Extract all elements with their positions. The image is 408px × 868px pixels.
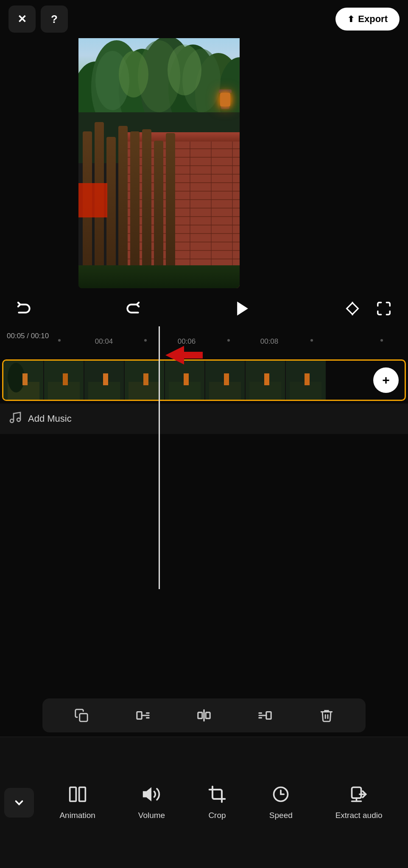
svg-rect-26	[103, 373, 108, 385]
lantern-bottom	[221, 106, 229, 109]
playhead	[159, 326, 160, 589]
nav-item-speed[interactable]: Speed	[263, 781, 299, 824]
right-controls	[341, 297, 395, 320]
svg-rect-41	[305, 373, 310, 385]
ruler-dot	[144, 339, 147, 342]
fence-post	[142, 129, 151, 288]
svg-marker-65	[144, 789, 151, 800]
play-button[interactable]	[230, 296, 255, 321]
ruler-tick-0008: 00:08	[260, 337, 279, 346]
trim-end-icon	[258, 708, 272, 723]
lantern	[219, 89, 232, 108]
delete-button[interactable]	[314, 703, 339, 728]
lantern-body	[220, 93, 230, 106]
timeline-ruler: 00:05 / 00:10 00:04 00:06 00:08	[0, 326, 408, 346]
nav-item-extract-audio[interactable]: Extract audio	[329, 781, 389, 824]
volume-icon	[142, 785, 161, 807]
add-music[interactable]: Add Music	[0, 403, 408, 434]
nav-item-animation[interactable]: Animation	[53, 781, 102, 824]
animation-icon	[68, 785, 87, 807]
chevron-down-icon	[13, 796, 25, 809]
svg-rect-38	[264, 373, 269, 385]
svg-marker-16	[165, 346, 203, 364]
crop-label: Crop	[208, 811, 226, 820]
bottom-nav: Animation Volume	[0, 737, 408, 868]
help-button[interactable]: ?	[41, 6, 68, 33]
export-label: Export	[358, 14, 388, 25]
speed-svg-icon	[271, 785, 290, 804]
add-keyframe-icon	[344, 300, 360, 317]
fence-post	[118, 126, 128, 288]
video-preview	[78, 4, 240, 288]
lantern-top	[219, 89, 232, 93]
svg-rect-59	[266, 712, 271, 719]
red-cloth	[78, 183, 107, 217]
top-bar: ✕ ? ⬆ Export	[0, 0, 408, 38]
nav-items: Animation Volume	[38, 781, 404, 824]
music-note-icon	[8, 411, 22, 424]
extract-audio-icon	[349, 785, 368, 807]
svg-marker-12	[237, 302, 248, 316]
ruler-dot	[380, 339, 383, 342]
close-button[interactable]: ✕	[8, 6, 36, 33]
ruler-dot	[310, 339, 313, 342]
undo-button[interactable]	[13, 297, 36, 320]
trim-end-button[interactable]	[252, 703, 278, 728]
split-icon	[197, 708, 211, 723]
copy-icon	[74, 708, 89, 723]
copy-button[interactable]	[69, 703, 94, 728]
add-clip-button[interactable]: +	[373, 367, 399, 393]
trim-start-button[interactable]	[130, 703, 156, 728]
export-button[interactable]: ⬆ Export	[335, 8, 400, 31]
edit-toolbar	[42, 698, 366, 732]
speed-icon	[271, 785, 290, 807]
svg-point-11	[168, 45, 201, 95]
export-icon: ⬆	[347, 14, 355, 24]
svg-rect-67	[352, 787, 361, 798]
current-time-display: 00:05 / 00:10	[7, 332, 49, 340]
bottom-nav-inner: Animation Volume	[0, 737, 408, 868]
svg-rect-29	[143, 373, 148, 385]
svg-point-50	[17, 418, 20, 421]
timeline-arrow	[165, 344, 204, 368]
undo-icon	[16, 300, 32, 317]
svg-point-19	[8, 363, 25, 392]
animation-label: Animation	[59, 811, 95, 820]
ruler-inner: 00:05 / 00:10 00:04 00:06 00:08	[0, 326, 408, 346]
top-left-buttons: ✕ ?	[8, 6, 68, 33]
crop-svg-icon	[208, 785, 226, 804]
speed-label: Speed	[269, 811, 293, 820]
fit-button[interactable]	[372, 297, 395, 320]
nav-item-crop[interactable]: Crop	[201, 781, 233, 824]
ruler-tick-0004: 00:04	[95, 337, 113, 346]
svg-point-49	[10, 419, 14, 423]
music-icon	[8, 411, 22, 427]
fence-post	[166, 133, 175, 288]
redo-button[interactable]	[121, 297, 144, 320]
svg-rect-20	[22, 373, 28, 385]
ruler-dot	[227, 339, 230, 342]
extract-audio-svg-icon	[349, 785, 368, 804]
volume-svg-icon	[142, 785, 161, 804]
dark-area	[0, 434, 408, 732]
crop-icon	[208, 785, 226, 807]
redo-icon	[125, 300, 141, 317]
svg-rect-23	[63, 373, 68, 385]
fence-post	[130, 131, 140, 288]
add-keyframe-button[interactable]	[341, 297, 364, 320]
animation-svg-icon	[68, 785, 87, 804]
scene	[78, 4, 240, 288]
volume-label: Volume	[138, 811, 165, 820]
timeline-strip[interactable]: 10.0s +	[2, 359, 406, 401]
ground	[78, 265, 240, 288]
svg-rect-64	[79, 787, 85, 801]
nav-item-volume[interactable]: Volume	[131, 781, 172, 824]
delete-icon	[319, 708, 334, 723]
svg-rect-32	[184, 373, 189, 385]
split-button[interactable]	[191, 703, 217, 728]
strip-thumbnails	[3, 361, 405, 400]
collapse-button[interactable]	[4, 788, 34, 818]
play-icon	[233, 299, 252, 318]
ruler-dot	[58, 339, 61, 342]
svg-rect-57	[198, 712, 202, 718]
